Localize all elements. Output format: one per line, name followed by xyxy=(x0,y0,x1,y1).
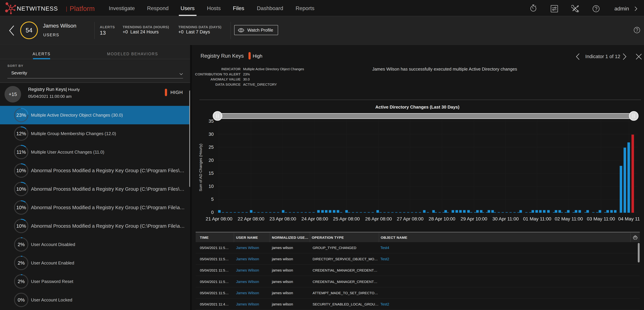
svg-text:01 May 11:00: 01 May 11:00 xyxy=(523,216,551,221)
svg-text:23 Apr 08:00: 23 Apr 08:00 xyxy=(270,216,296,221)
svg-text:5: 5 xyxy=(211,197,214,202)
svg-text:Sum of AD Changes (Hourly): Sum of AD Changes (Hourly) xyxy=(198,144,203,191)
svg-text:20: 20 xyxy=(208,158,214,163)
svg-text:0: 0 xyxy=(211,210,214,215)
svg-text:04 May 11: 04 May 11 xyxy=(618,216,640,221)
svg-text:25 Apr 08:00: 25 Apr 08:00 xyxy=(333,216,360,221)
svg-text:26 Apr 08:00: 26 Apr 08:00 xyxy=(365,216,392,221)
svg-text:30 Apr 11:00: 30 Apr 11:00 xyxy=(492,216,519,221)
svg-text:03 May 11:00: 03 May 11:00 xyxy=(587,216,615,221)
svg-text:35: 35 xyxy=(208,119,214,124)
svg-text:25: 25 xyxy=(208,145,214,150)
svg-text:15: 15 xyxy=(208,171,214,176)
svg-text:27 Apr 08:00: 27 Apr 08:00 xyxy=(397,216,424,221)
svg-text:30: 30 xyxy=(208,132,214,137)
svg-text:22 Apr 08:00: 22 Apr 08:00 xyxy=(238,216,264,221)
svg-text:29 Apr 10:00: 29 Apr 10:00 xyxy=(460,216,487,221)
svg-text:24 Apr 08:00: 24 Apr 08:00 xyxy=(302,216,328,221)
svg-text:28 Apr 10:00: 28 Apr 10:00 xyxy=(429,216,456,221)
svg-text:10: 10 xyxy=(208,184,214,189)
svg-text:21 Apr 08:00: 21 Apr 08:00 xyxy=(206,216,232,221)
svg-text:02 May 11:00: 02 May 11:00 xyxy=(555,216,583,221)
